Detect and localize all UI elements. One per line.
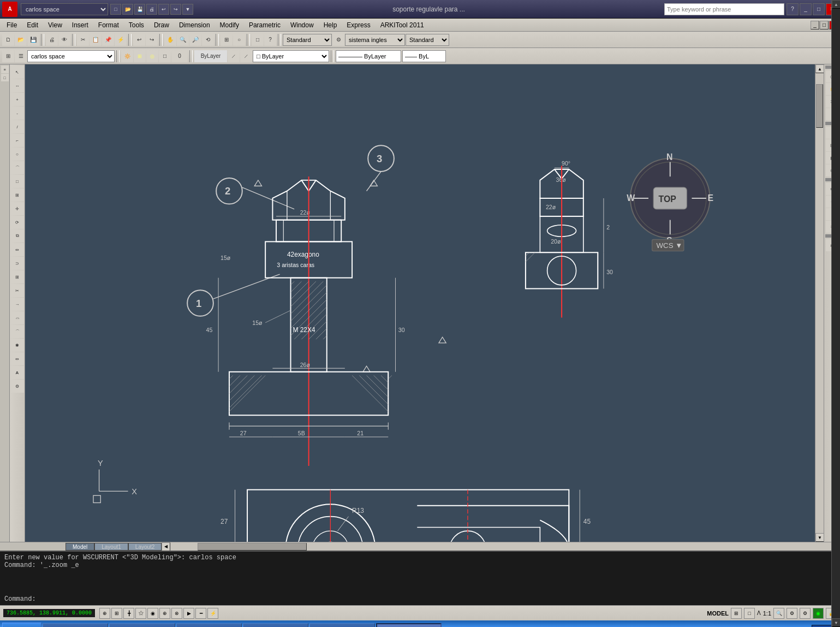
copy-obj-tool[interactable]: ⧉ — [11, 229, 24, 242]
menu-format[interactable]: Format — [94, 20, 123, 30]
menu-parametric[interactable]: Parametric — [245, 20, 285, 30]
linetype-icon[interactable]: ⟋ — [228, 50, 240, 62]
settings-icon[interactable]: ⚙ — [787, 608, 797, 619]
undo-button[interactable]: ↩ — [133, 34, 145, 46]
plot-button[interactable]: 🖨 — [46, 34, 58, 46]
mirror-tool[interactable]: ⇔ — [11, 243, 24, 256]
block-tool[interactable]: ⚙ — [11, 380, 24, 393]
bylayer-button[interactable]: □ — [252, 34, 264, 46]
sub-minimize-button[interactable]: _ — [811, 21, 819, 29]
select-tool[interactable]: ↖ — [11, 66, 24, 79]
grid-icon[interactable]: ⊞ — [111, 608, 122, 619]
tab-layout2[interactable]: Layout2 — [128, 543, 162, 551]
maximize-button[interactable]: □ — [813, 3, 825, 15]
cmd-scroll-down[interactable]: ▼ — [832, 618, 840, 627]
hscroll-thumb[interactable] — [198, 543, 307, 551]
layer-props-button[interactable]: ☰ — [15, 50, 27, 62]
qp-icon[interactable]: ⚡ — [207, 608, 218, 619]
break-tool[interactable]: ⌓ — [11, 311, 24, 324]
arc-tool[interactable]: ⌒ — [11, 161, 24, 174]
copy-button[interactable]: 📋 — [90, 34, 102, 46]
redo-icon[interactable]: ↪ — [170, 4, 181, 15]
taskbar-item-2[interactable]: ⚙ SolidWorks Pre... — [176, 623, 242, 627]
linetype-icon2[interactable]: ⟋ — [240, 50, 252, 62]
menu-insert[interactable]: Insert — [68, 20, 93, 30]
standard-dropdown[interactable]: Standard — [406, 34, 449, 46]
scroll-up-button[interactable]: ▲ — [815, 64, 824, 73]
menu-dimension[interactable]: Dimension — [175, 20, 215, 30]
snap-icon[interactable]: ⊕ — [99, 608, 110, 619]
new-icon[interactable]: □ — [110, 4, 121, 15]
paper-icon[interactable]: □ — [744, 608, 755, 619]
extend-tool[interactable]: → — [11, 298, 24, 311]
sub-maximize-button[interactable]: □ — [820, 21, 829, 29]
workspace-dropdown[interactable]: carlos space — [21, 3, 108, 15]
taskbar-item-4[interactable]: 📄 soporte regula... — [309, 623, 375, 627]
plot-icon[interactable]: 🖨 — [146, 4, 157, 15]
pan-button[interactable]: ✋ — [164, 34, 176, 46]
view3d-button[interactable]: ⊞ — [221, 34, 233, 46]
osnap-icon[interactable]: ◉ — [147, 608, 158, 619]
tab-model[interactable]: Model — [65, 543, 94, 551]
array-tool[interactable]: ⊞ — [11, 270, 24, 283]
lwt-icon[interactable]: ━ — [195, 608, 206, 619]
zoom-in-tool[interactable]: + — [11, 93, 24, 106]
drawing-canvas[interactable]: Y X 1 2 3 — [25, 64, 824, 542]
matchprop-button[interactable]: ⚡ — [115, 34, 127, 46]
command-input-line[interactable]: Command: — [4, 595, 836, 603]
menu-file[interactable]: File — [2, 20, 21, 30]
layer-icon3[interactable]: ◎ — [146, 50, 158, 62]
menu-edit[interactable]: Edit — [22, 20, 43, 30]
taskbar-item-5[interactable]: 🔧 AutoCAD 201... — [376, 623, 442, 627]
cut-button[interactable]: ✂ — [77, 34, 89, 46]
menu-help[interactable]: Help — [319, 20, 342, 30]
preview-button[interactable]: 👁 — [58, 34, 70, 46]
paste-button[interactable]: 📌 — [102, 34, 114, 46]
text-tool[interactable]: A — [11, 366, 24, 379]
redo-button[interactable]: ↪ — [146, 34, 158, 46]
save-icon[interactable]: 💾 — [134, 4, 145, 15]
model-browser-toggle[interactable]: ≡ — [1, 66, 9, 73]
orbit-button[interactable]: ○ — [233, 34, 245, 46]
zoom-out-tool[interactable]: - — [11, 107, 24, 120]
layer-icon2[interactable]: ⊞ — [134, 50, 146, 62]
circle-tool[interactable]: ○ — [11, 147, 24, 161]
cmd-scroll-up[interactable]: ▲ — [832, 0, 840, 9]
minimize-button[interactable]: _ — [800, 3, 812, 15]
undo-icon[interactable]: ↩ — [158, 4, 169, 15]
trim-tool[interactable]: ✂ — [11, 284, 24, 297]
zoom-window-button[interactable]: 🔎 — [189, 34, 201, 46]
menu-window[interactable]: Window — [286, 20, 318, 30]
menu-arkitool[interactable]: ARKITool 2011 — [376, 20, 428, 30]
connection-icon[interactable]: ◉ — [813, 608, 824, 619]
explode-tool[interactable]: ✱ — [11, 339, 24, 352]
save-button[interactable]: 💾 — [27, 34, 39, 46]
otrack-icon[interactable]: ⊕ — [159, 608, 170, 619]
dimension-tool[interactable]: ⇔ — [11, 352, 24, 365]
polar-icon[interactable]: ⚝ — [135, 608, 146, 619]
ortho-icon[interactable]: ╋ — [123, 608, 134, 619]
scroll-thumb-v[interactable] — [816, 84, 823, 128]
start-button[interactable]: 🪟 Inicio — [2, 623, 41, 627]
layer-icon4[interactable]: □ — [159, 50, 171, 62]
menu-tools[interactable]: Tools — [124, 20, 148, 30]
help-icon[interactable]: ? — [787, 3, 799, 15]
open-icon[interactable]: 📂 — [122, 4, 133, 15]
style-mgr-button[interactable]: ⚙ — [332, 34, 344, 46]
layers-button[interactable]: ⊞ — [2, 50, 14, 62]
scroll-down-button[interactable]: ▼ — [815, 533, 824, 542]
rectangle-tool[interactable]: □ — [11, 175, 24, 188]
model-icon[interactable]: ⊞ — [731, 608, 742, 619]
rotate-tool[interactable]: ⟳ — [11, 216, 24, 229]
text-style-dropdown[interactable]: Standard — [283, 34, 332, 46]
fillet-tool[interactable]: ⌒ — [11, 325, 24, 338]
options-icon[interactable]: ▼ — [182, 4, 193, 15]
taskbar-item-0[interactable]: 📄 soporte regula... — [43, 623, 108, 627]
line-tool[interactable]: / — [11, 120, 24, 133]
hscroll-left-button[interactable]: ◀ — [162, 542, 170, 551]
zoom-realtime-button[interactable]: 🔍 — [177, 34, 189, 46]
dyn-icon[interactable]: ▶ — [183, 608, 194, 619]
search-input[interactable] — [664, 3, 784, 15]
menu-express[interactable]: Express — [342, 20, 374, 30]
menu-modify[interactable]: Modify — [216, 20, 243, 30]
